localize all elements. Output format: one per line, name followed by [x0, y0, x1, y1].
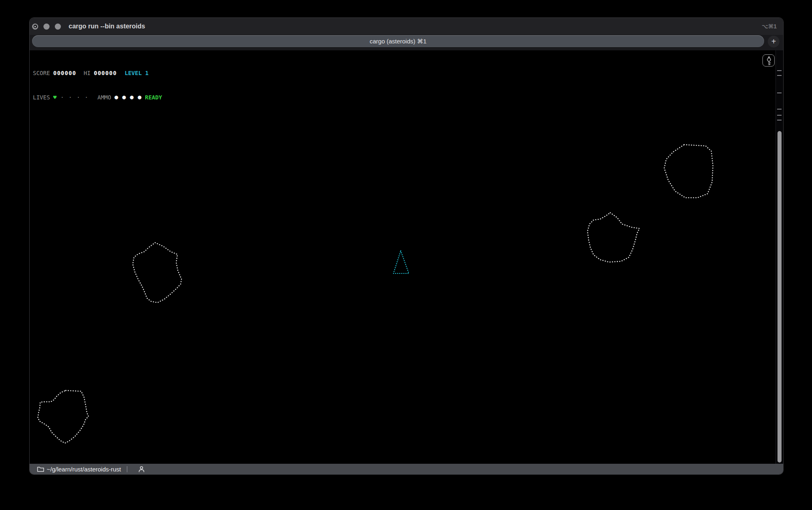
scrollbar-mark [777, 109, 782, 110]
lives-label: LIVES [33, 93, 50, 101]
score-label: SCORE [33, 69, 50, 77]
close-button-dot [33, 25, 37, 28]
game-hud: SCORE 000000 HI 000000 LEVEL 1 LIVES ♥ ·… [33, 53, 244, 118]
key-icon [764, 55, 774, 67]
scrollbar-mark [777, 93, 782, 93]
window-title: cargo run --bin asteroids [69, 18, 145, 35]
game-area: SCORE 000000 HI 000000 LEVEL 1 LIVES ♥ ·… [30, 50, 783, 464]
life-heart-icon: ♥ [53, 93, 56, 101]
asteroid [38, 390, 89, 443]
scrollbar-mark [777, 75, 782, 76]
maximize-button[interactable] [55, 24, 61, 30]
status-bar: ~/g/learn/rust/asteroids-rust [30, 464, 783, 474]
player-ship [393, 251, 409, 273]
scrollbar-track[interactable] [775, 50, 783, 464]
new-tab-button[interactable]: + [768, 36, 780, 47]
window-controls [32, 18, 61, 35]
ready-status: READY [145, 93, 162, 101]
scrollbar-thumb[interactable] [777, 131, 782, 463]
asteroid [133, 243, 181, 303]
scrollbar-mark [777, 70, 782, 71]
asteroid [664, 145, 713, 198]
tab-label: cargo (asteroids) ⌘1 [369, 38, 426, 45]
window-titlebar: cargo run --bin asteroids ⌥⌘1 [30, 18, 783, 35]
lives-empty-slots: · · · · [60, 93, 89, 101]
tab-cargo-asteroids[interactable]: cargo (asteroids) ⌘1 [32, 35, 764, 47]
hiscore-value: 000000 [94, 69, 117, 77]
close-button[interactable] [32, 24, 38, 30]
user-icon[interactable] [138, 466, 145, 473]
tab-bar: cargo (asteroids) ⌘1 + [30, 35, 783, 50]
desktop-background: cargo run --bin asteroids ⌥⌘1 cargo (ast… [0, 0, 812, 510]
tab-shortcut-hint: ⌥⌘1 [762, 18, 777, 35]
terminal-window: cargo run --bin asteroids ⌥⌘1 cargo (ast… [29, 17, 784, 475]
ammo-label: AMMO [97, 93, 111, 101]
working-directory-path[interactable]: ~/g/learn/rust/asteroids-rust [47, 466, 121, 473]
hud-line-score: SCORE 000000 HI 000000 LEVEL 1 [33, 69, 244, 77]
ammo-pips: ● ● ● ● [114, 93, 142, 101]
scrollbar-mark [777, 120, 782, 121]
level-indicator: LEVEL 1 [125, 69, 149, 77]
statusbar-divider [127, 466, 127, 472]
asteroid [587, 213, 639, 262]
hiscore-label: HI [84, 69, 91, 77]
score-value: 000000 [53, 69, 76, 77]
scrollbar-mark [777, 115, 782, 116]
minimize-button[interactable] [43, 24, 50, 30]
hud-line-lives: LIVES ♥ · · · · AMMO ● ● ● ● READY [33, 93, 244, 101]
folder-icon [37, 466, 44, 472]
key-button[interactable] [762, 54, 775, 67]
